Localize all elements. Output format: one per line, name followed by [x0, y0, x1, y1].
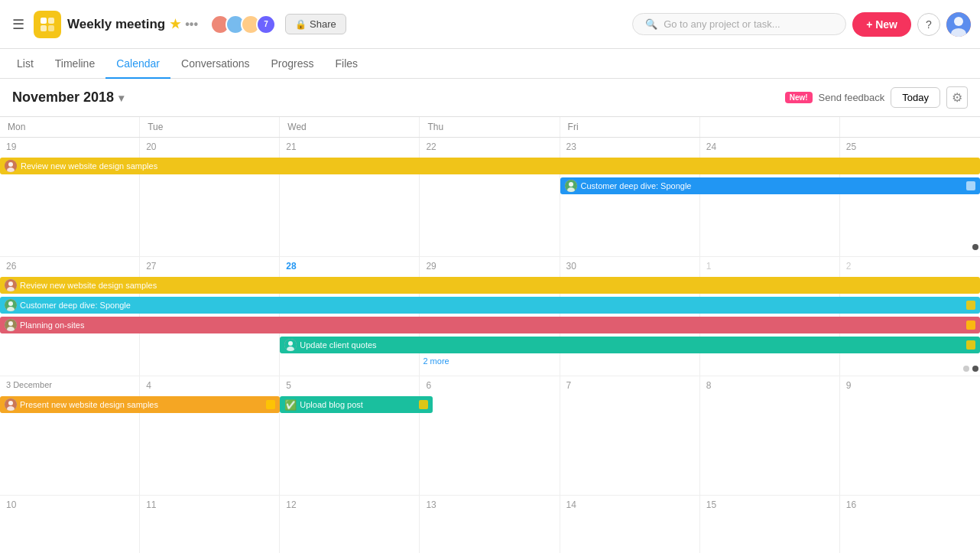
svg-point-15: [7, 287, 15, 291]
more-icon[interactable]: •••: [185, 18, 198, 31]
tab-progress[interactable]: Progress: [261, 50, 325, 79]
project-avatars: 7: [210, 15, 276, 34]
week-4-cells: 10 11 12 13 14 15 16: [0, 496, 980, 553]
day-num-4dec: 4: [146, 380, 151, 391]
send-feedback-link[interactable]: Send feedback: [819, 92, 885, 103]
day-num-11dec: 11: [146, 499, 156, 510]
day-3dec: 3 December: [0, 376, 140, 495]
day-10dec: 10: [0, 496, 140, 553]
help-button[interactable]: ?: [917, 13, 940, 36]
day-num-15dec: 15: [706, 499, 716, 510]
day-num-28: 28: [286, 261, 296, 272]
week-row-1: 19 20 21 22 23 24 25 Review new website …: [0, 138, 980, 257]
event-end-icon-2d: [966, 340, 975, 350]
tab-calendar[interactable]: Calendar: [105, 50, 170, 79]
day-num-3dec: 3 December: [6, 380, 52, 389]
svg-point-17: [8, 301, 13, 306]
day-num-13dec: 13: [426, 499, 436, 510]
search-placeholder: Go to any project or task...: [664, 18, 780, 30]
day-num-26: 26: [6, 261, 16, 272]
avatar-count: 7: [256, 15, 276, 34]
tab-files[interactable]: Files: [325, 50, 369, 79]
more-link-w2[interactable]: 2 more: [423, 356, 449, 366]
day-num-10dec: 10: [6, 499, 16, 510]
event-avatar-3a: [5, 398, 17, 411]
day-12dec: 12: [280, 496, 420, 553]
user-avatar[interactable]: [946, 12, 971, 37]
event-avatar-1: [5, 160, 17, 172]
event-avatar-2c: [5, 319, 17, 331]
svg-rect-0: [41, 18, 47, 24]
event-row-3a: Present new website design samples: [0, 396, 280, 413]
tab-conversations[interactable]: Conversations: [170, 50, 261, 79]
day-num-27: 27: [146, 261, 156, 272]
svg-point-8: [8, 162, 13, 167]
settings-icon[interactable]: ⚙: [946, 86, 968, 109]
event-review-design-w1[interactable]: Review new website design samples: [0, 158, 980, 174]
day-header-sat: [700, 117, 840, 137]
event-end-icon: [966, 181, 975, 190]
search-icon: 🔍: [645, 18, 657, 30]
week-row-4: 10 11 12 13 14 15 16: [0, 496, 980, 553]
event-avatar-2d: [284, 339, 297, 351]
event-review-design-w2[interactable]: Review new website design samples: [0, 277, 980, 294]
svg-point-27: [7, 406, 15, 411]
day-num-29: 29: [426, 261, 436, 272]
project-title-text: Weekly meeting: [67, 17, 165, 32]
event-customer-dive-w1[interactable]: Customer deep dive: Spongle: [560, 177, 980, 194]
svg-point-11: [569, 182, 573, 187]
today-button[interactable]: Today: [891, 87, 940, 108]
help-icon: ?: [926, 18, 932, 31]
day-num-24: 24: [706, 142, 716, 152]
event-planning-onsites[interactable]: Planning on-sites: [0, 317, 980, 333]
day-num-21: 21: [286, 142, 296, 152]
cal-header-right: New! Send feedback Today ⚙: [785, 86, 968, 109]
month-label: November 2018: [12, 89, 114, 106]
day-14dec: 14: [560, 496, 700, 553]
week-row-3: 3 December 4 5 6 7 8 9 Present new websi…: [0, 376, 980, 496]
tab-timeline[interactable]: Timeline: [44, 50, 105, 79]
day-num-30: 30: [566, 261, 576, 272]
month-title[interactable]: November 2018 ▾: [12, 89, 124, 106]
tab-list[interactable]: List: [6, 50, 44, 79]
event-end-icon-3a: [266, 400, 275, 409]
day-header-mon: Mon: [0, 117, 140, 137]
week-1-cells: 19 20 21 22 23 24 25: [0, 138, 980, 257]
event-row-2b: Customer deep dive: Spongle: [0, 297, 980, 314]
day-num-1: 1: [706, 261, 712, 272]
day-23: 23: [560, 138, 700, 256]
svg-point-24: [287, 346, 294, 351]
event-avatar-2b: [5, 299, 17, 311]
search-bar[interactable]: 🔍 Go to any project or task...: [632, 13, 846, 35]
day-num-23: 23: [566, 142, 576, 152]
new-button[interactable]: + New: [852, 12, 911, 37]
svg-rect-3: [48, 25, 54, 31]
day-header-tue: Tue: [140, 117, 280, 137]
svg-point-12: [567, 187, 575, 192]
day-6dec: 6: [420, 376, 560, 495]
check-icon: ✅: [284, 399, 297, 411]
nav-tabs: List Timeline Calendar Conversations Pro…: [0, 49, 980, 79]
day-header-fri: Fri: [560, 117, 700, 137]
day-num-8dec: 8: [706, 380, 712, 391]
svg-point-20: [8, 321, 13, 326]
event-avatar-2: [565, 180, 577, 192]
app-icon: [34, 11, 61, 38]
event-customer-dive-w2[interactable]: Customer deep dive: Spongle: [0, 297, 980, 314]
day-header-thu: Thu: [420, 117, 560, 137]
calendar-body: 19 20 21 22 23 24 25 Review new website …: [0, 138, 980, 553]
lock-icon: 🔒: [295, 19, 307, 30]
chevron-down-icon: ▾: [118, 92, 124, 104]
hamburger-icon[interactable]: ☰: [9, 13, 28, 36]
event-present-design[interactable]: Present new website design samples: [0, 396, 280, 413]
event-end-icon-2c: [966, 320, 975, 330]
new-label: + New: [866, 18, 897, 31]
scroll-indicator-1: [972, 241, 978, 252]
event-row-1a: Review new website design samples: [0, 158, 980, 174]
share-button[interactable]: 🔒 Share: [285, 14, 346, 34]
event-upload-blog[interactable]: ✅ Upload blog post: [280, 396, 433, 413]
event-label: Present new website design samples: [20, 400, 158, 409]
event-update-quotes[interactable]: Update client quotes: [280, 337, 980, 353]
star-icon[interactable]: ★: [170, 17, 180, 31]
event-label: Review new website design samples: [21, 161, 157, 171]
